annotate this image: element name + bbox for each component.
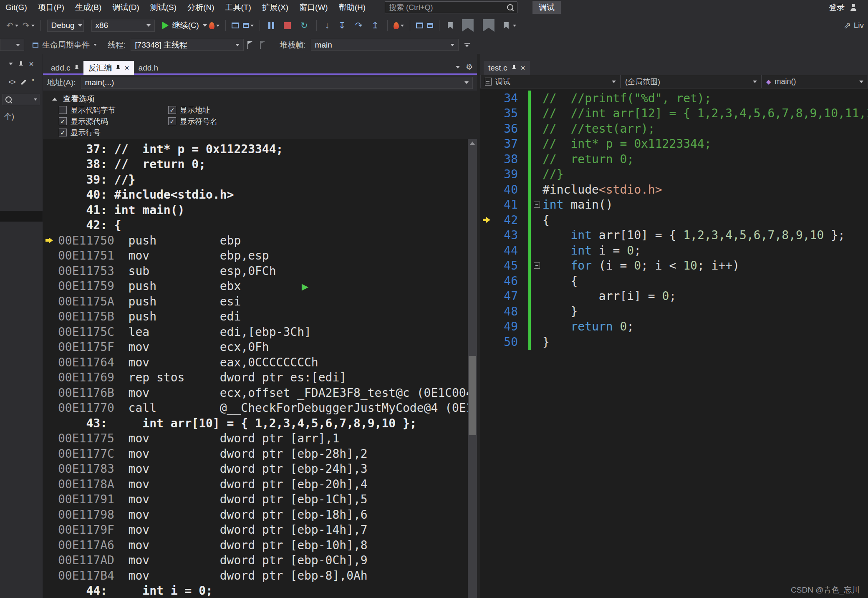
collapse-box-icon[interactable]: −	[534, 202, 540, 208]
navigate-forward-button[interactable]: ↷	[20, 19, 37, 32]
sign-in[interactable]: 登录	[829, 0, 857, 15]
outline-margin[interactable]: −	[531, 258, 542, 274]
code-line[interactable]: 37// int* p = 0x11223344;	[480, 136, 868, 152]
tab-test-c[interactable]: test.c ×	[484, 61, 530, 75]
disassembly-line[interactable]: 37: // int* p = 0x11223344;	[43, 141, 477, 157]
outline-margin[interactable]	[531, 136, 542, 152]
disassembly-line[interactable]: 00E1176B mov ecx,offset _FDA2E3F8_test@c…	[43, 385, 477, 401]
gear-icon[interactable]: ⚙	[466, 63, 473, 71]
menu-item[interactable]: 扩展(X)	[257, 0, 294, 15]
disassembly-line[interactable]: 00E11798 mov dword ptr [ebp-18h],6	[43, 507, 477, 522]
breakpoint-margin[interactable]	[480, 182, 495, 197]
disassembly-gutter[interactable]	[43, 385, 58, 401]
member-dropdown[interactable]: ◆ main()	[762, 75, 868, 88]
step-out-button[interactable]: ↥	[367, 19, 384, 32]
disassembly-line[interactable]: 00E1175A push esi	[43, 294, 477, 309]
breakpoint-margin[interactable]	[480, 106, 495, 121]
menu-item[interactable]: 生成(B)	[70, 0, 107, 15]
code-line[interactable]: 40#include<stdio.h>	[480, 182, 868, 197]
disassembly-gutter[interactable]	[43, 218, 58, 233]
disassembly-gutter[interactable]	[43, 263, 58, 279]
quick-search-box[interactable]: 搜索 (Ctrl+Q)	[385, 1, 517, 13]
outline-margin[interactable]	[531, 304, 542, 319]
code-icon[interactable]: <>	[8, 78, 15, 86]
pin-icon[interactable]	[511, 65, 516, 71]
code-line[interactable]: 39//}	[480, 167, 868, 182]
break-all-button[interactable]	[264, 19, 279, 32]
live-share-button[interactable]: ⇗ Liv	[844, 20, 864, 30]
menu-item[interactable]: 工具(T)	[220, 0, 256, 15]
disassembly-line[interactable]: 00E117A6 mov dword ptr [ebp-10h],8	[43, 537, 477, 553]
disassembly-line[interactable]: 43: int arr[10] = { 1,2,3,4,5,6,7,8,9,10…	[43, 416, 477, 431]
outline-margin[interactable]	[531, 151, 542, 167]
disassembly-gutter[interactable]	[43, 568, 58, 583]
next-bookmark-button[interactable]	[478, 19, 499, 32]
disassembly-gutter[interactable]	[43, 537, 58, 553]
tab-add-h[interactable]: add.h	[134, 61, 163, 75]
memory-window-button[interactable]	[425, 19, 435, 32]
step-over-button[interactable]: ↷	[351, 19, 367, 32]
breakpoint-margin[interactable]	[480, 258, 495, 274]
diagnostic-tools-button[interactable]	[414, 19, 425, 32]
disassembly-line[interactable]: 00E11791 mov dword ptr [ebp-1Ch],5	[43, 492, 477, 507]
outline-margin[interactable]	[531, 243, 542, 258]
breakpoint-margin[interactable]	[480, 304, 495, 319]
outline-margin[interactable]	[531, 228, 542, 243]
menu-item[interactable]: 帮助(H)	[333, 0, 371, 15]
disassembly-gutter[interactable]	[43, 141, 58, 157]
disassembly-line[interactable]: 41: int main()	[43, 202, 477, 218]
disassembly-line[interactable]: 40: #include<stdio.h>	[43, 187, 477, 203]
code-line[interactable]: 34// //printf("%d", ret);	[480, 91, 868, 106]
pin-icon[interactable]	[74, 65, 79, 71]
solution-configuration-dropdown[interactable]: Debug	[47, 20, 84, 32]
disassembly-gutter[interactable]	[43, 507, 58, 522]
code-line[interactable]: 38// return 0;	[480, 151, 868, 167]
disassembly-line[interactable]: 00E1175C lea edi,[ebp-3Ch]	[43, 324, 477, 340]
code-line[interactable]: 48 }	[480, 304, 868, 319]
outline-margin[interactable]	[531, 91, 542, 106]
disassembly-gutter[interactable]	[43, 248, 58, 264]
prev-bookmark-button[interactable]	[457, 19, 478, 32]
attach-to-process-button[interactable]	[230, 19, 241, 32]
pane-splitter[interactable]	[477, 54, 480, 598]
menu-item[interactable]: 项目(P)	[33, 0, 70, 15]
solution-platform-dropdown[interactable]: x86	[91, 20, 155, 32]
breakpoint-margin[interactable]	[480, 228, 495, 243]
disassembly-line[interactable]: 00E1175B push edi	[43, 309, 477, 325]
tab-add-c[interactable]: add.c	[46, 61, 83, 75]
breakpoint-margin[interactable]	[480, 151, 495, 167]
scrollbar-thumb[interactable]	[469, 356, 476, 435]
disassembly-gutter[interactable]	[43, 172, 58, 187]
show-next-statement-button[interactable]: ↓	[320, 19, 334, 32]
menu-item[interactable]: 分析(N)	[182, 0, 220, 15]
disassembly-line[interactable]: 00E11769 rep stos dword ptr es:[edi]	[43, 370, 477, 386]
outline-margin[interactable]	[531, 334, 542, 350]
process-dropdown[interactable]	[0, 39, 24, 51]
option-checkbox[interactable]	[59, 106, 67, 114]
breakpoint-margin[interactable]	[480, 319, 495, 335]
disassembly-gutter[interactable]	[43, 309, 58, 325]
disassembly-line[interactable]: 00E11751 mov ebp,esp	[43, 248, 477, 264]
scope-dropdown[interactable]: (全局范围)	[621, 75, 762, 88]
disassembly-line[interactable]: 00E11764 mov eax,0CCCCCCCCh	[43, 355, 477, 370]
wrench-icon[interactable]	[21, 79, 26, 85]
disassembly-line[interactable]: 00E11759 push ebx▶	[43, 279, 477, 294]
project-dropdown[interactable]: 调试	[480, 75, 621, 88]
menu-item[interactable]: 窗口(W)	[294, 0, 333, 15]
disassembly-line[interactable]: 00E117AD mov dword ptr [ebp-0Ch],9	[43, 553, 477, 568]
disassembly-gutter[interactable]	[43, 477, 58, 492]
disassembly-line[interactable]: 44: int i = 0;	[43, 583, 477, 598]
disassembly-gutter[interactable]	[43, 492, 58, 507]
bookmark-more-button[interactable]	[499, 19, 518, 32]
disassembly-gutter[interactable]	[43, 233, 58, 248]
disassembly-line[interactable]: 42: {	[43, 218, 477, 233]
tab-list-chevron-icon[interactable]	[456, 66, 460, 68]
breakpoint-margin[interactable]	[480, 167, 495, 182]
restart-button[interactable]: ↻	[296, 19, 313, 32]
disassembly-gutter[interactable]	[43, 370, 58, 386]
hot-reload-button[interactable]	[207, 19, 222, 32]
breakpoint-margin[interactable]	[480, 91, 495, 106]
code-line[interactable]: 44 int i = 0;	[480, 243, 868, 258]
collapse-box-icon[interactable]: −	[534, 262, 540, 269]
viewing-options-header[interactable]: 查看选项	[52, 93, 477, 104]
